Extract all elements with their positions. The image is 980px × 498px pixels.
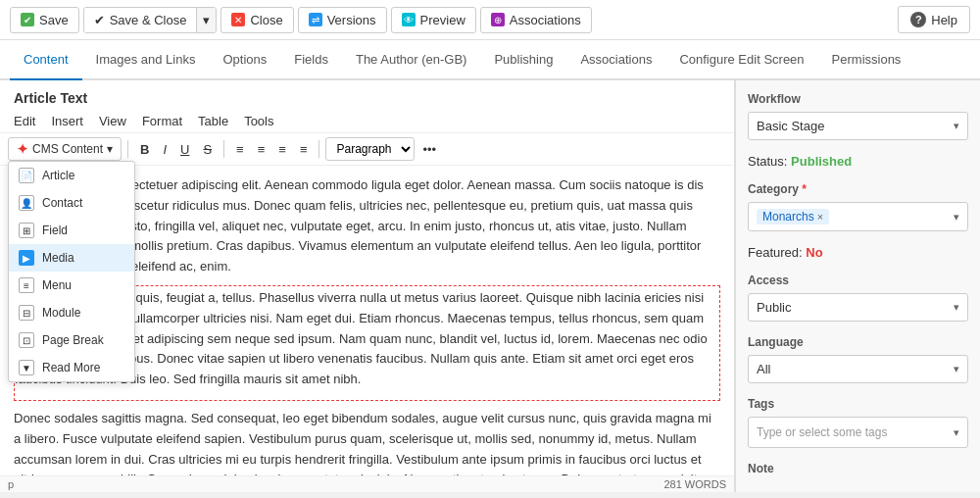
category-section: Category * Monarchs × ▾ <box>748 182 968 231</box>
underline-button[interactable]: U <box>174 139 195 160</box>
more-button[interactable]: ••• <box>416 139 442 160</box>
align-center-button[interactable]: ≡ <box>252 139 271 160</box>
cms-item-field[interactable]: ⊞ Field <box>9 217 134 244</box>
access-section: Access Public ▾ <box>748 274 968 322</box>
help-icon: ? <box>910 12 926 27</box>
tab-publishing[interactable]: Publishing <box>480 40 566 80</box>
save-button[interactable]: ✔ Save <box>10 7 79 33</box>
tags-placeholder: Type or select some tags <box>757 425 887 439</box>
language-arrow: ▾ <box>954 363 959 375</box>
preview-button[interactable]: 👁 Preview <box>391 7 476 33</box>
toolbar-separator-3 <box>318 140 319 158</box>
save-close-icon: ✔ <box>94 13 105 27</box>
cms-item-media[interactable]: ▶ Media <box>9 244 134 272</box>
italic-button[interactable]: I <box>157 139 172 160</box>
article-icon: 📄 <box>19 168 34 183</box>
readmore-icon: ▼ <box>19 360 34 375</box>
align-right-button[interactable]: ≡ <box>272 139 292 160</box>
toolbar-separator-2 <box>223 140 224 158</box>
toolbar-separator-1 <box>127 140 128 158</box>
menu-tools[interactable]: Tools <box>244 114 273 128</box>
help-button[interactable]: ? Help <box>898 6 970 33</box>
editor-menubar: Edit Insert View Format Table Tools <box>0 110 734 133</box>
note-label: Note <box>748 462 968 475</box>
right-sidebar: Workflow Basic Stage ▾ Status: Published… <box>735 80 980 492</box>
save-close-button[interactable]: ✔ Save & Close <box>84 8 197 32</box>
align-left-button[interactable]: ≡ <box>230 139 250 160</box>
word-count: 281 WORDS <box>663 478 726 490</box>
access-arrow: ▾ <box>954 301 959 314</box>
tab-fields[interactable]: Fields <box>280 40 342 80</box>
bold-button[interactable]: B <box>134 139 155 160</box>
top-toolbar: ✔ Save ✔ Save & Close ▾ ✕ Close ⇌ Versio… <box>0 0 980 40</box>
strikethrough-button[interactable]: S <box>197 139 218 160</box>
cms-item-contact[interactable]: 👤 Contact <box>9 189 134 217</box>
tab-configure[interactable]: Configure Edit Screen <box>665 40 817 80</box>
close-icon: ✕ <box>231 13 245 26</box>
tab-content[interactable]: Content <box>10 40 82 80</box>
menu-view[interactable]: View <box>99 114 126 128</box>
cms-content-dropdown[interactable]: ✦ CMS Content ▾ 📄 Article 👤 Contact <box>8 137 122 161</box>
cms-item-module[interactable]: ⊟ Module <box>9 299 134 326</box>
associations-icon: ⊕ <box>491 13 505 26</box>
pagebreak-icon: ⊡ <box>19 332 34 348</box>
tab-author[interactable]: The Author (en-GB) <box>342 40 480 80</box>
save-close-dropdown[interactable]: ▾ <box>196 8 216 32</box>
access-dropdown[interactable]: Public ▾ <box>748 293 968 322</box>
note-section: Note <box>748 462 968 475</box>
paragraph-2: Donec sodales sagittis magna. Sed conseq… <box>14 409 720 475</box>
editor-footer: p 281 WORDS <box>0 475 734 492</box>
menu-edit[interactable]: Edit <box>14 114 35 128</box>
featured-value: No <box>806 245 822 260</box>
featured-section: Featured: No <box>748 245 968 260</box>
language-dropdown[interactable]: All ▾ <box>748 355 968 383</box>
tab-options[interactable]: Options <box>209 40 280 80</box>
status-value: Published <box>791 154 852 169</box>
tags-arrow: ▾ <box>954 426 959 439</box>
category-remove[interactable]: × <box>817 211 823 223</box>
category-dropdown[interactable]: Monarchs × ▾ <box>748 202 968 231</box>
main-layout: Article Text Edit Insert View Format Tab… <box>0 80 980 492</box>
media-icon: ▶ <box>19 250 34 266</box>
tags-section: Tags Type or select some tags ▾ <box>748 397 968 448</box>
cms-item-pagebreak[interactable]: ⊡ Page Break <box>9 326 134 354</box>
cms-item-article[interactable]: 📄 Article <box>9 162 134 189</box>
cms-item-readmore[interactable]: ▼ Read More <box>9 354 134 381</box>
tags-label: Tags <box>748 397 968 411</box>
menu-format[interactable]: Format <box>142 114 182 128</box>
cms-dropdown-arrow: ▾ <box>107 142 113 156</box>
tab-images-links[interactable]: Images and Links <box>82 40 210 80</box>
cms-item-menu[interactable]: ≡ Menu <box>9 272 134 299</box>
editor-panel: Article Text Edit Insert View Format Tab… <box>0 80 735 492</box>
category-required: * <box>802 182 807 196</box>
close-button[interactable]: ✕ Close <box>220 7 293 33</box>
contact-icon: 👤 <box>19 195 34 211</box>
tags-dropdown[interactable]: Type or select some tags ▾ <box>748 417 968 448</box>
save-close-split: ✔ Save & Close ▾ <box>83 7 218 33</box>
workflow-section: Workflow Basic Stage ▾ <box>748 92 968 140</box>
editor-toolbar: ✦ CMS Content ▾ 📄 Article 👤 Contact <box>0 133 734 166</box>
align-justify-button[interactable]: ≡ <box>294 139 314 160</box>
workflow-arrow: ▾ <box>954 120 959 132</box>
format-select[interactable]: Paragraph <box>325 137 415 161</box>
versions-button[interactable]: ⇌ Versions <box>298 7 387 33</box>
footer-tag: p <box>8 478 14 490</box>
language-label: Language <box>748 335 968 349</box>
workflow-dropdown[interactable]: Basic Stage ▾ <box>748 112 968 140</box>
language-section: Language All ▾ <box>748 335 968 383</box>
tab-permissions[interactable]: Permissions <box>818 40 915 80</box>
access-label: Access <box>748 274 968 287</box>
featured-label: Featured: No <box>748 245 823 260</box>
nav-tabs: Content Images and Links Options Fields … <box>0 40 980 80</box>
tab-associations[interactable]: Associations <box>566 40 665 80</box>
associations-button[interactable]: ⊕ Associations <box>480 7 592 33</box>
joomla-icon: ✦ <box>17 141 28 157</box>
status-section: Status: Published <box>748 154 968 169</box>
field-icon: ⊞ <box>19 223 34 238</box>
menu-icon: ≡ <box>19 277 34 293</box>
workflow-value: Basic Stage <box>757 119 824 133</box>
cms-content-button[interactable]: ✦ CMS Content ▾ <box>8 137 122 161</box>
category-arrow: ▾ <box>954 211 959 224</box>
menu-insert[interactable]: Insert <box>51 114 83 128</box>
menu-table[interactable]: Table <box>198 114 228 128</box>
